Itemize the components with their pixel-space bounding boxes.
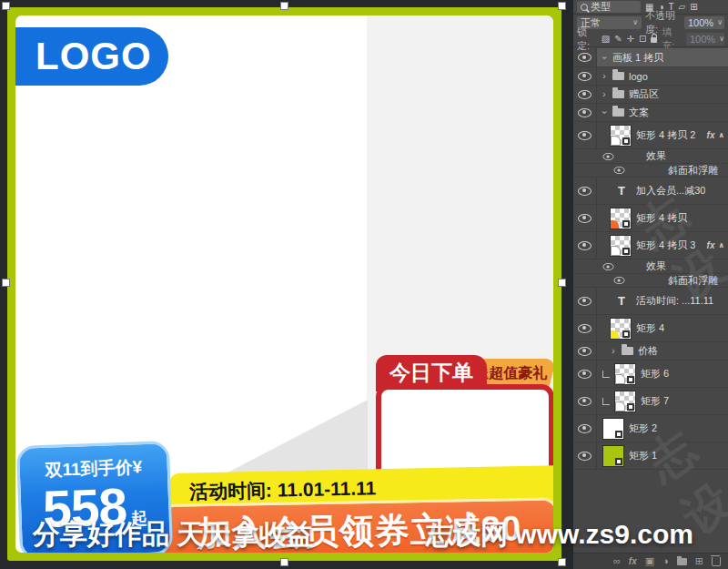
transform-handle-top-center[interactable] (280, 2, 288, 10)
visibility-eye-icon[interactable] (578, 187, 592, 196)
layer-fx-indicator[interactable]: fx∧ (707, 130, 728, 140)
layer-row-效果[interactable]: 效果 (573, 259, 728, 274)
visibility-eye-icon[interactable] (614, 277, 625, 284)
visibility-eye-icon[interactable] (578, 241, 592, 250)
layer-thumbnail[interactable] (602, 445, 624, 467)
fill-dropdown[interactable]: 100% ∨ (686, 33, 724, 46)
lock-paint-icon[interactable]: ✎ (614, 35, 622, 44)
expand-chevron-icon[interactable]: › (601, 71, 608, 81)
logo-text: LOGO (35, 35, 152, 78)
layer-row-加入会员...减30[interactable]: T加入会员...减30 (573, 178, 728, 205)
layer-row-赠品区[interactable]: ›赠品区 (573, 86, 728, 104)
thumbnail-shape (611, 330, 619, 339)
layers-panel: 类型 ▦ ◑ T ▱ ⊞ 正常 ∨ 不透明度: 100% ∨ 锁定: ▨ ✎ ✛… (573, 0, 728, 569)
clipping-mask-arrow-icon (602, 398, 610, 405)
layer-name: 赠品区 (629, 87, 659, 101)
visibility-eye-icon[interactable] (603, 263, 614, 270)
expand-chevron-icon[interactable]: › (601, 89, 608, 99)
layer-row-矩形 4 拷贝 2[interactable]: 矩形 4 拷贝 2fx∧ (573, 122, 728, 149)
layer-style-fx-icon[interactable]: fx (629, 557, 637, 566)
layer-row-矩形 6[interactable]: 矩形 6 (573, 361, 728, 388)
layer-row-效果[interactable]: 效果 (573, 149, 728, 164)
folder-icon (612, 108, 624, 117)
price-value: 558 (42, 477, 127, 538)
layer-row-文案[interactable]: ›文案 (573, 104, 728, 122)
collapse-fx-chevron-icon[interactable]: ∧ (719, 131, 725, 139)
layer-row-斜面和浮雕[interactable]: 斜面和浮雕 (573, 164, 728, 178)
layer-thumbnail[interactable] (610, 235, 632, 257)
layer-row-价格[interactable]: ›价格 (573, 342, 728, 361)
lock-all-icon[interactable] (651, 37, 657, 43)
layer-row-矩形 4 拷贝 3[interactable]: 矩形 4 拷贝 3fx∧ (573, 232, 728, 259)
layer-mask-icon[interactable]: ▣ (645, 556, 654, 566)
layer-filter-type-dropdown[interactable]: 类型 (577, 1, 641, 13)
layer-name: 画板 1 拷贝 (612, 51, 663, 65)
layer-row-矩形 7[interactable]: 矩形 7 (573, 388, 728, 415)
collapse-fx-chevron-icon[interactable]: ∧ (719, 241, 725, 249)
visibility-eye-icon[interactable] (578, 90, 592, 99)
visibility-eye-icon[interactable] (578, 131, 592, 140)
layer-fx-indicator[interactable]: fx∧ (707, 240, 728, 250)
transform-handle-top-left[interactable] (2, 2, 10, 10)
lock-artboard-icon[interactable]: ⊡ (639, 35, 646, 44)
visibility-eye-icon[interactable] (578, 72, 592, 81)
new-layer-icon[interactable]: ⊞ (695, 556, 703, 566)
layer-name: 矩形 7 (641, 394, 669, 408)
visibility-eye-icon[interactable] (578, 108, 592, 117)
visibility-eye-icon[interactable] (578, 297, 592, 306)
cta-bar: 加入会员领券立减30 (160, 497, 553, 553)
visibility-eye-icon[interactable] (578, 324, 592, 333)
layer-name: 斜面和浮雕 (668, 164, 718, 178)
link-layers-icon[interactable]: ∞ (613, 556, 621, 566)
layer-row-画板 1 拷贝[interactable]: ›画板 1 拷贝 (573, 48, 728, 67)
layer-name: 价格 (638, 344, 658, 358)
layer-row-斜面和浮雕[interactable]: 斜面和浮雕 (573, 274, 728, 288)
layer-row-矩形 4[interactable]: 矩形 4 (573, 315, 728, 342)
lock-transparency-icon[interactable]: ▨ (602, 35, 610, 44)
visibility-eye-icon[interactable] (578, 347, 592, 356)
artboard[interactable]: LOGO 送超值豪礼 今日下单 活动时间: 11.01-11.11 加入会员领券… (7, 7, 561, 561)
layer-row-logo[interactable]: ›logo (573, 67, 728, 86)
layer-thumbnail[interactable] (610, 318, 632, 340)
vector-mask-badge-icon (627, 376, 634, 383)
delete-layer-icon[interactable] (712, 557, 721, 566)
layer-row-矩形 1[interactable]: 矩形 1 (573, 442, 728, 470)
collapse-chevron-icon[interactable]: › (600, 54, 610, 61)
layer-row-活动时间: ...11.11[interactable]: T活动时间: ...11.11 (573, 288, 728, 315)
layer-thumbnail[interactable] (614, 363, 636, 385)
visibility-eye-icon[interactable] (578, 214, 592, 223)
collapse-chevron-icon[interactable]: › (600, 109, 610, 117)
layer-thumbnail[interactable] (602, 418, 624, 440)
visibility-eye-icon[interactable] (578, 452, 592, 461)
visibility-eye-icon[interactable] (578, 424, 592, 433)
transform-handle-right-middle[interactable] (558, 279, 566, 287)
layer-name: 斜面和浮雕 (668, 274, 718, 288)
chevron-down-icon: ∨ (719, 33, 724, 46)
filter-smartobject-icon[interactable]: ⊞ (690, 3, 697, 12)
transform-handle-bottom-center[interactable] (280, 558, 288, 566)
transform-handle-left-middle[interactable] (2, 279, 10, 287)
lock-move-icon[interactable]: ✛ (627, 35, 634, 44)
layer-thumbnail[interactable] (610, 208, 632, 229)
transform-handle-bottom-right[interactable] (558, 558, 566, 566)
visibility-eye-icon[interactable] (578, 397, 592, 406)
visibility-eye-icon[interactable] (578, 53, 592, 62)
layer-name: 文案 (629, 106, 649, 119)
layer-thumbnail[interactable] (614, 391, 636, 412)
visibility-eye-icon[interactable] (614, 167, 625, 174)
layer-row-矩形 4 拷贝[interactable]: 矩形 4 拷贝 (573, 205, 728, 232)
vector-mask-badge-icon (615, 458, 622, 465)
new-group-icon[interactable] (677, 558, 687, 565)
layer-thumbnail[interactable] (610, 125, 632, 147)
fill-value: 100% (690, 33, 715, 46)
layer-name: logo (629, 71, 648, 82)
transform-handle-top-right[interactable] (558, 2, 566, 10)
text-layer-icon: T (612, 184, 632, 198)
visibility-eye-icon[interactable] (578, 370, 592, 379)
expand-chevron-icon[interactable]: › (610, 346, 617, 356)
opacity-dropdown[interactable]: 100% ∨ (684, 16, 724, 29)
thumbnail-shape (611, 220, 619, 229)
layer-row-矩形 2[interactable]: 矩形 2 (573, 415, 728, 442)
adjustment-layer-icon[interactable]: ◑ (662, 556, 669, 566)
visibility-eye-icon[interactable] (603, 153, 614, 160)
